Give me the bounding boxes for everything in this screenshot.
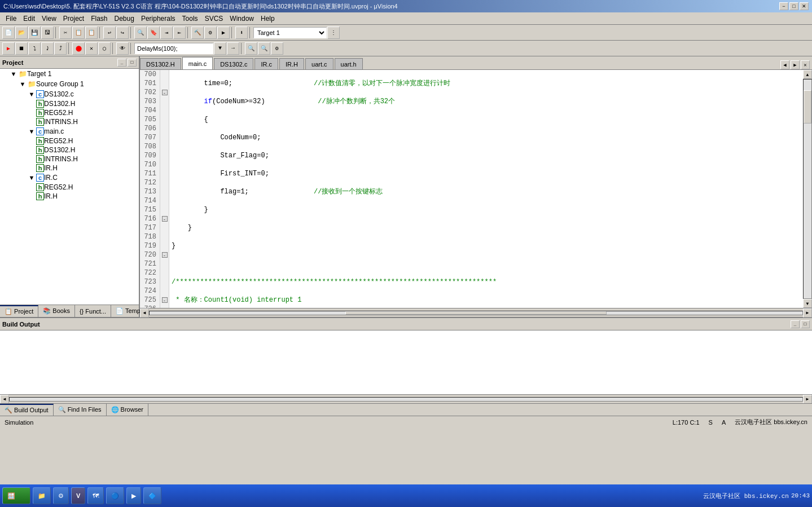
build-minimize-button[interactable]: _ <box>791 320 800 328</box>
build-scroll-left[interactable]: ◀ <box>0 395 9 404</box>
menu-view[interactable]: View <box>38 14 60 24</box>
target-dropdown[interactable]: Target 1 <box>253 27 327 38</box>
watch-button[interactable]: 👁 <box>116 42 129 55</box>
tab-mainc[interactable]: main.c <box>182 57 213 69</box>
bookmark-button[interactable]: 🔖 <box>147 27 160 39</box>
tab-close[interactable]: ✕ <box>801 60 810 69</box>
project-minimize-button[interactable]: _ <box>117 59 126 67</box>
tab-uartc[interactable]: uart.c <box>305 58 333 69</box>
tab-books[interactable]: 📚 Books <box>38 305 75 317</box>
cmd-go-button[interactable]: → <box>227 42 239 55</box>
menu-edit[interactable]: Edit <box>20 14 38 24</box>
tree-item-target1[interactable]: ▼ 📁 Target 1 <box>0 69 139 79</box>
command-exec-button[interactable]: ▼ <box>214 42 226 55</box>
outdent-button[interactable]: ⇤ <box>173 27 186 39</box>
scroll-up-button[interactable]: ▲ <box>803 70 812 79</box>
tree-item-intrins1[interactable]: h INTRINS.H <box>0 117 139 126</box>
taskbar-app2[interactable]: 🔷 <box>143 487 161 504</box>
fold-725[interactable]: - <box>160 296 169 305</box>
taskbar-settings[interactable]: ⚙ <box>53 487 69 504</box>
tab-irh[interactable]: IR.H <box>279 58 304 69</box>
tab-ds1302c[interactable]: DS1302.c <box>214 58 253 69</box>
scroll-track[interactable] <box>803 79 812 299</box>
tree-item-mainc[interactable]: ▼ c main.c <box>0 126 139 136</box>
vertical-scrollbar[interactable]: ▲ ▼ <box>803 70 812 308</box>
zoom-in-button[interactable]: 🔍 <box>245 42 257 55</box>
scroll-thumb[interactable] <box>804 90 811 123</box>
menu-debug[interactable]: Debug <box>111 14 138 24</box>
tree-item-irc[interactable]: ▼ c IR.C <box>0 173 139 183</box>
zoom-out-button[interactable]: 🔍 <box>258 42 270 55</box>
menu-help[interactable]: Help <box>257 14 278 24</box>
save-button[interactable]: 💾 <box>28 27 41 39</box>
open-button[interactable]: 📂 <box>15 27 28 39</box>
build-button[interactable]: 🔨 <box>191 27 204 39</box>
scroll-right-button[interactable]: ▶ <box>803 308 812 318</box>
run-button[interactable]: ▶ <box>2 42 15 55</box>
taskbar-maps[interactable]: 🗺 <box>87 487 104 504</box>
h-scroll-track[interactable] <box>149 311 803 315</box>
project-restore-button[interactable]: □ <box>128 59 137 67</box>
close-button[interactable]: ✕ <box>800 2 809 10</box>
disable-bp-button[interactable]: ◯ <box>98 42 111 55</box>
copy-button[interactable]: 📋 <box>72 27 85 39</box>
search-button[interactable]: 🔍 <box>134 27 147 39</box>
build-restore-button[interactable]: □ <box>801 320 810 328</box>
command-input[interactable] <box>134 43 213 54</box>
redo-button[interactable]: ↪ <box>116 27 129 39</box>
start-button[interactable]: 🪟 <box>2 487 30 504</box>
menu-peripherals[interactable]: Peripherals <box>138 14 179 24</box>
compile-button[interactable]: ▶ <box>217 27 230 39</box>
tree-item-irh-1[interactable]: h IR.H <box>0 164 139 173</box>
code-content[interactable]: time=0; //计数值清零，以对下一个脉冲宽度进行计时 if(CodeNum… <box>169 70 803 308</box>
tree-item-ds1302h-1[interactable]: h DS1302.H <box>0 99 139 108</box>
stop-button[interactable]: ⏹ <box>15 42 28 55</box>
tab-browser[interactable]: 🌐 Browser <box>107 404 148 416</box>
taskbar-media[interactable]: ▶ <box>126 487 141 504</box>
tree-item-irh-2[interactable]: h IR.H <box>0 192 139 201</box>
settings-button[interactable]: ⚙ <box>271 42 283 55</box>
fold-702[interactable]: - <box>160 88 169 97</box>
h-scroll-thumb[interactable] <box>345 311 607 315</box>
menu-window[interactable]: Window <box>226 14 257 24</box>
tab-find-in-files[interactable]: 🔍 Find In Files <box>54 404 107 416</box>
tree-item-ds1302h-2[interactable]: h DS1302.H <box>0 146 139 155</box>
tab-scroll-left[interactable]: ◀ <box>780 60 789 69</box>
fold-720[interactable]: - <box>160 250 169 259</box>
target-options-button[interactable]: ⋮ <box>327 27 340 39</box>
menu-tools[interactable]: Tools <box>179 14 201 24</box>
tree-item-intrins2[interactable]: h INTRINS.H <box>0 155 139 164</box>
taskbar-keil[interactable]: V <box>71 487 85 504</box>
new-file-button[interactable]: 📄 <box>2 27 15 39</box>
tree-item-ds1302c[interactable]: ▼ c DS1302.c <box>0 89 139 99</box>
paste-button[interactable]: 📋 <box>85 27 98 39</box>
tab-scroll-right[interactable]: ▶ <box>791 60 800 69</box>
save-all-button[interactable]: 🖫 <box>41 27 54 39</box>
maximize-button[interactable]: □ <box>789 2 798 10</box>
scroll-down-button[interactable]: ▼ <box>803 299 812 308</box>
tree-item-reg52h-1[interactable]: h REG52.H <box>0 108 139 117</box>
minimize-button[interactable]: − <box>779 2 788 10</box>
scroll-left-button[interactable]: ◀ <box>140 308 149 318</box>
tab-build-output[interactable]: 🔨 Build Output <box>0 404 54 416</box>
undo-button[interactable]: ↩ <box>103 27 116 39</box>
tab-functions[interactable]: {} Funct... <box>75 305 111 317</box>
menu-project[interactable]: Project <box>60 14 87 24</box>
clear-bp-button[interactable]: ✕ <box>85 42 98 55</box>
tab-project[interactable]: 📋 Project <box>0 305 38 317</box>
menu-file[interactable]: File <box>2 14 20 24</box>
step-over-button[interactable]: ⤸ <box>41 42 54 55</box>
tree-item-reg52h-3[interactable]: h REG52.H <box>0 183 139 192</box>
taskbar-explorer[interactable]: 📁 <box>33 487 51 504</box>
step-out-button[interactable]: ⤴ <box>54 42 67 55</box>
indent-button[interactable]: ⇥ <box>160 27 173 39</box>
rebuild-button[interactable]: ⚙ <box>204 27 217 39</box>
fold-716[interactable]: - <box>160 214 169 223</box>
step-button[interactable]: ⤵ <box>28 42 41 55</box>
taskbar-browser[interactable]: 🔵 <box>106 487 124 504</box>
tab-ds1302h[interactable]: DS1302.H <box>140 58 181 69</box>
tab-irc[interactable]: IR.c <box>254 58 278 69</box>
build-output-content[interactable] <box>0 330 812 394</box>
tree-item-sourcegroup1[interactable]: ▼ 📁 Source Group 1 <box>0 79 139 89</box>
build-scroll-right[interactable]: ▶ <box>803 395 812 404</box>
